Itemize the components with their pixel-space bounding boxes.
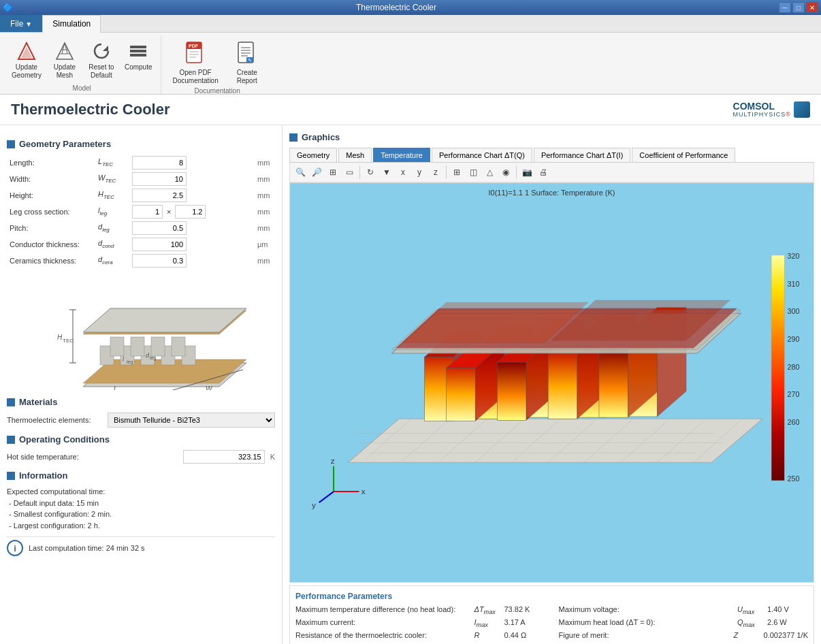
doc-buttons: PDF Open PDFDocumentation [167,35,267,87]
view-x-button[interactable]: x [396,165,410,180]
z-axis-label: z [331,456,335,465]
view-y-button[interactable]: y [412,165,427,180]
edge-button[interactable]: △ [482,165,497,180]
svg-rect-34 [172,337,185,356]
info-section-header: Information [7,470,275,481]
geometry-section-header: Geometry Parameters [7,139,275,149]
info-text: Expected computational time: - Default i… [7,486,275,531]
close-button[interactable]: ✕ [806,2,818,13]
perf-row-u-max: Maximum voltage: Umax 1.40 V [559,605,809,615]
zoom-out-button[interactable]: 🔎 [309,165,324,180]
width-unit: mm [255,171,275,187]
pitch-label: Pitch: [7,220,95,236]
camera-button[interactable]: 📷 [519,165,534,180]
ceramics-input[interactable] [132,254,187,268]
rotate-button[interactable]: ↻ [363,165,378,180]
graphics-viewport: I0(11)=1.1 1 Surface: Temperature (K) [289,182,814,583]
width-input[interactable] [132,172,187,186]
svg-text:270: 270 [788,390,800,398]
open-pdf-label: Open PDFDocumentation [172,69,218,85]
tab-mesh[interactable]: Mesh [338,148,372,162]
param-row-width: Width: WTEC mm [7,171,275,187]
pitch-input[interactable] [132,221,187,235]
materials-section-header: Materials [7,397,275,407]
tab-temperature[interactable]: Temperature [373,148,430,162]
svg-text:leg: leg [150,355,156,361]
conductor-symbol: dcond [95,236,129,253]
conductor-label: Conductor thickness: [7,236,95,253]
material-row: Thermoelectric elements: Bismuth Telluri… [7,413,275,428]
svg-text:290: 290 [788,335,800,343]
reset-default-icon [91,40,112,62]
zoom-fit-button[interactable]: ⊞ [325,165,340,180]
svg-text:leg: leg [127,359,133,365]
maximize-button[interactable]: □ [792,2,805,13]
leg-cross-input1[interactable] [132,205,163,219]
file-dropdown-icon: ▼ [25,20,32,28]
report-icon: ✎ [234,40,261,67]
rotate-dropdown[interactable]: ▼ [379,165,394,180]
reset-default-button[interactable]: Reset toDefault [84,38,118,82]
update-geometry-label: UpdateGeometry [12,63,42,80]
leg-cross-label: Leg cross section: [7,204,95,220]
pitch-symbol: dleg [95,220,129,236]
surface-button[interactable]: ◫ [466,165,481,180]
3d-visualization: x z y 320 310 300 290 280 270 260 250 [290,183,814,582]
comsol-logo-mark [794,101,810,118]
main-content: Geometry Parameters Length: LTEC mm Widt… [0,125,821,644]
info-footer: i Last computation time: 24 min 32 s [7,536,275,559]
tab-cop[interactable]: Coefficient of Performance [632,148,735,162]
hot-side-input[interactable] [183,450,265,464]
height-label: Height: [7,187,95,204]
graphics-toolbar: 🔍 🔎 ⊞ ▭ ↻ ▼ x y z ⊞ ◫ △ ◉ 📷 🖨 [289,163,814,182]
compute-button[interactable]: Compute [121,38,156,74]
zoom-in-button[interactable]: 🔍 [293,165,308,180]
ribbon-tab-simulation[interactable]: Simulation [42,15,101,33]
app-title: Thermoelectric Cooler [11,101,170,118]
perf-row-z: Figure of merit: Z 0.002377 1/K [559,631,809,639]
material-select[interactable]: Bismuth Telluride - Bi2Te3 [108,413,275,428]
update-mesh-button[interactable]: UpdateMesh [48,38,82,82]
zoom-box-button[interactable]: ▭ [342,165,357,180]
conductor-input[interactable] [132,238,187,251]
svg-text:TEC: TEC [63,338,74,344]
grid-button[interactable]: ⊞ [449,165,464,180]
length-unit: mm [255,155,275,171]
view-z-button[interactable]: z [428,165,443,180]
perf-row-r: Resistance of the thermoelectric cooler:… [295,631,545,639]
ribbon-tab-file[interactable]: File ▼ [0,15,42,32]
minimize-button[interactable]: ─ [779,2,791,13]
update-geometry-button[interactable]: UpdateGeometry [8,38,45,82]
ribbon-group-doc: PDF Open PDFDocumentation [161,35,272,94]
materials-section-title: Materials [19,397,57,407]
leg-cross-symbol: lleg [95,204,129,220]
ribbon-content: UpdateGeometry [0,33,821,94]
info-section-icon [7,472,15,480]
create-report-button[interactable]: ✎ CreateReport [227,38,268,87]
svg-text:260: 260 [788,418,800,426]
leg-cross-input2[interactable] [175,205,206,219]
vertex-button[interactable]: ◉ [498,165,513,180]
length-input[interactable] [132,156,187,170]
svg-rect-33 [151,337,165,356]
height-input[interactable] [132,189,187,202]
svg-text:280: 280 [788,363,800,371]
toolbar-sep-3 [516,165,517,179]
comsol-logo: COMSOL MULTIPHYSICS® [733,101,810,118]
export-button[interactable]: 🖨 [536,165,551,180]
geometry-params-table: Length: LTEC mm Width: WTEC mm Height: H… [7,155,275,269]
svg-text:✎: ✎ [248,58,252,63]
tab-perf-chart-q[interactable]: Performance Chart ΔT(Q) [432,148,532,162]
open-pdf-button[interactable]: PDF Open PDFDocumentation [167,38,223,87]
svg-line-76 [319,492,334,502]
svg-text:TEC: TEC [211,389,222,390]
param-row-leg-cross: Leg cross section: lleg × mm [7,204,275,220]
svg-rect-77 [771,255,784,481]
length-label: Length: [7,155,95,171]
tab-perf-chart-i[interactable]: Performance Chart ΔT(I) [534,148,630,162]
ribbon: File ▼ Simulation UpdateGeometry [0,15,821,95]
pdf-icon: PDF [182,40,209,67]
operating-section-icon [7,436,15,444]
height-symbol: HTEC [95,187,129,204]
tab-geometry[interactable]: Geometry [289,148,337,162]
